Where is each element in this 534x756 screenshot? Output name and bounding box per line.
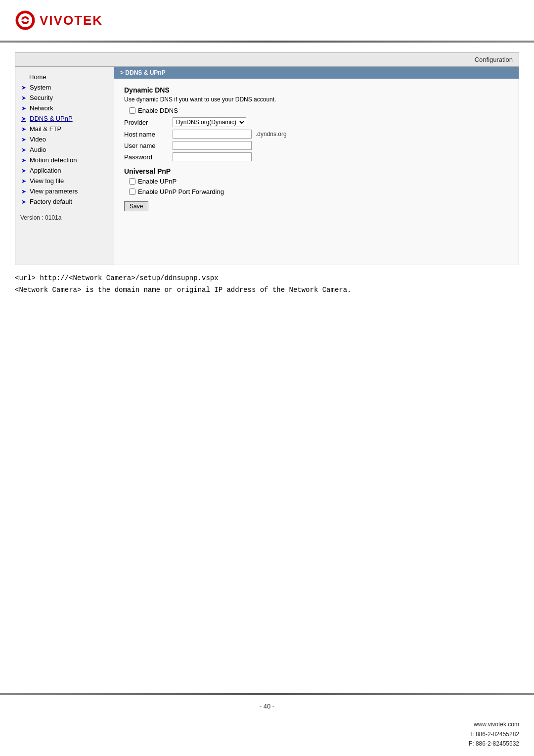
description-line1: <url> http://<Network Camera>/setup/ddns… — [15, 273, 519, 284]
save-button[interactable]: Save — [124, 201, 148, 211]
nav-icon-motion: ➤ — [20, 157, 27, 164]
sidebar-item-network[interactable]: ➤ Network — [15, 103, 114, 113]
description-block: <url> http://<Network Camera>/setup/ddns… — [15, 265, 519, 304]
top-divider — [0, 41, 534, 43]
panel-content: Dynamic DNS Use dynamic DNS if you want … — [114, 79, 519, 219]
sidebar-item-mail-ftp[interactable]: ➤ Mail & FTP — [15, 124, 114, 134]
hostname-label: Host name — [124, 131, 169, 138]
username-label: User name — [124, 142, 169, 149]
sidebar-label-security: Security — [30, 94, 53, 101]
hostname-row: Host name .dyndns.org — [124, 130, 509, 139]
footer-fax: F: 886-2-82455532 — [15, 739, 519, 749]
enable-ddns-checkbox[interactable] — [129, 107, 135, 114]
password-row: Password — [124, 152, 509, 161]
sidebar-label-application: Application — [30, 167, 61, 174]
enable-port-forwarding-checkbox[interactable] — [129, 189, 135, 195]
dynamic-dns-title: Dynamic DNS — [124, 86, 509, 94]
sidebar-item-security[interactable]: ➤ Security — [15, 93, 114, 103]
sidebar-item-ddns-upnp[interactable]: ➤ DDNS & UPnP — [15, 113, 114, 124]
dynamic-dns-desc: Use dynamic DNS if you want to use your … — [124, 96, 509, 103]
sidebar-version: Version : 0101a — [15, 207, 114, 224]
sidebar-item-motion[interactable]: ➤ Motion detection — [15, 155, 114, 165]
logo-text: VIVOTEK — [40, 13, 103, 28]
username-input[interactable] — [173, 141, 252, 150]
sidebar-label-factory: Factory default — [30, 198, 72, 205]
enable-upnp-row: Enable UPnP — [124, 178, 509, 185]
logo-icon — [15, 10, 36, 31]
panel-main: > DDNS & UPnP Dynamic DNS Use dynamic DN… — [114, 67, 519, 265]
sidebar-label-system: System — [30, 84, 51, 91]
config-title: Configuration — [15, 53, 519, 67]
description-line2: <Network Camera> is the domain name or o… — [15, 284, 519, 296]
provider-select[interactable]: DynDNS.org(Dynamic) — [173, 117, 246, 127]
nav-icon-network: ➤ — [20, 105, 27, 112]
panel-body: Home ➤ System ➤ Security ➤ Network ➤ DDN… — [15, 67, 519, 265]
footer-contact: www.vivotek.com T: 886-2-82455282 F: 886… — [0, 717, 534, 756]
header: VIVOTEK — [0, 0, 534, 36]
nav-icon-security: ➤ — [20, 94, 27, 101]
nav-icon-params: ➤ — [20, 188, 27, 195]
footer-phone: T: 886-2-82455282 — [15, 730, 519, 739]
sidebar-item-factory[interactable]: ➤ Factory default — [15, 196, 114, 207]
sidebar-item-audio[interactable]: ➤ Audio — [15, 144, 114, 155]
sidebar-item-application[interactable]: ➤ Application — [15, 165, 114, 176]
enable-upnp-checkbox[interactable] — [129, 178, 135, 185]
nav-icon-audio: ➤ — [20, 146, 27, 153]
spacer — [0, 501, 534, 694]
upnp-title: Universal PnP — [124, 167, 509, 175]
enable-ddns-row: Enable DDNS — [124, 107, 509, 114]
provider-row: Provider DynDNS.org(Dynamic) — [124, 117, 509, 127]
config-panel: Configuration Home ➤ System ➤ Security ➤… — [15, 52, 519, 265]
sidebar-label-ddns: DDNS & UPnP — [30, 115, 73, 122]
home-label: Home — [29, 73, 46, 81]
sidebar-item-system[interactable]: ➤ System — [15, 82, 114, 93]
sidebar: Home ➤ System ➤ Security ➤ Network ➤ DDN… — [15, 67, 114, 265]
hostname-suffix: .dyndns.org — [256, 131, 287, 138]
nav-icon-system: ➤ — [20, 84, 27, 91]
footer-website: www.vivotek.com — [15, 720, 519, 729]
enable-upnp-label: Enable UPnP — [138, 178, 177, 185]
nav-icon-video: ➤ — [20, 136, 27, 143]
sidebar-label-mail: Mail & FTP — [30, 125, 61, 133]
logo: VIVOTEK — [15, 10, 519, 31]
footer-page-number: - 40 - — [0, 695, 534, 717]
hostname-input[interactable] — [173, 130, 252, 139]
sidebar-item-video[interactable]: ➤ Video — [15, 134, 114, 144]
sidebar-label-log: View log file — [30, 177, 64, 185]
sidebar-item-view-params[interactable]: ➤ View parameters — [15, 186, 114, 196]
password-input[interactable] — [173, 152, 252, 161]
sidebar-label-audio: Audio — [30, 146, 46, 153]
nav-icon-mail: ➤ — [20, 126, 27, 133]
sidebar-item-view-log[interactable]: ➤ View log file — [15, 176, 114, 186]
nav-icon-log: ➤ — [20, 178, 27, 185]
nav-icon-application: ➤ — [20, 167, 27, 174]
password-label: Password — [124, 153, 169, 161]
nav-icon-ddns: ➤ — [20, 115, 27, 122]
provider-label: Provider — [124, 119, 169, 126]
enable-ddns-label: Enable DDNS — [138, 107, 178, 114]
enable-port-forwarding-row: Enable UPnP Port Forwarding — [124, 188, 509, 195]
sidebar-item-home[interactable]: Home — [15, 72, 114, 82]
breadcrumb: > DDNS & UPnP — [114, 67, 519, 79]
nav-icon-factory: ➤ — [20, 198, 27, 205]
sidebar-label-network: Network — [30, 104, 53, 112]
svg-rect-4 — [19, 20, 32, 21]
enable-port-forwarding-label: Enable UPnP Port Forwarding — [138, 188, 224, 195]
sidebar-label-params: View parameters — [30, 188, 78, 195]
username-row: User name — [124, 141, 509, 150]
sidebar-label-video: Video — [30, 136, 46, 143]
sidebar-label-motion: Motion detection — [30, 156, 77, 164]
main-content: Configuration Home ➤ System ➤ Security ➤… — [0, 47, 534, 501]
